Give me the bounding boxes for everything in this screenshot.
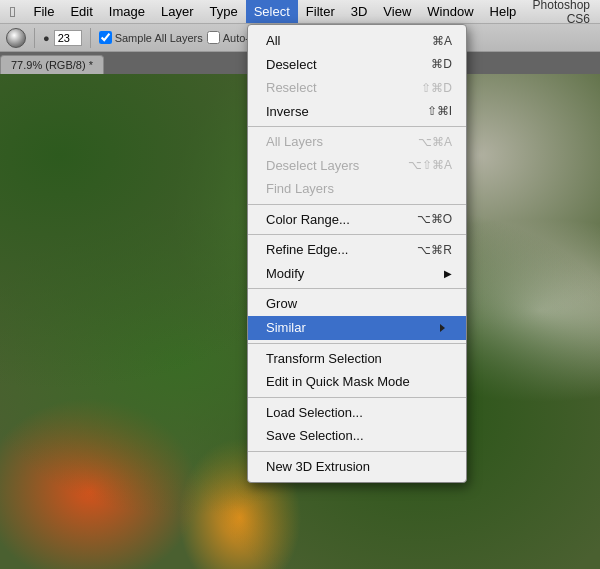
document-tab[interactable]: 77.9% (RGB/8) * bbox=[0, 55, 104, 74]
menu-item-label: Deselect Layers bbox=[266, 156, 359, 176]
menu-shortcut-refine-edge: ⌥⌘R bbox=[417, 241, 452, 259]
3d-menu[interactable]: 3D bbox=[343, 0, 376, 23]
menu-item-label: Reselect bbox=[266, 78, 317, 98]
menu-item-find-layers: Find Layers bbox=[248, 177, 466, 201]
separator-5 bbox=[248, 343, 466, 344]
menubar:  File Edit Image Layer Type Select Filt… bbox=[0, 0, 600, 24]
menu-item-label: Transform Selection bbox=[266, 349, 382, 369]
sample-all-checkbox[interactable] bbox=[99, 31, 112, 44]
select-dropdown-menu: All ⌘A Deselect ⌘D Reselect ⇧⌘D Inverse … bbox=[247, 24, 467, 483]
toolbar-separator bbox=[34, 28, 35, 48]
menu-item-label: Find Layers bbox=[266, 179, 334, 199]
menu-item-label: All bbox=[266, 31, 280, 51]
filter-menu[interactable]: Filter bbox=[298, 0, 343, 23]
menu-item-reselect: Reselect ⇧⌘D bbox=[248, 76, 466, 100]
menu-item-modify[interactable]: Modify ▶ bbox=[248, 262, 466, 286]
menu-item-label: All Layers bbox=[266, 132, 323, 152]
menu-item-similar[interactable]: Similar bbox=[248, 316, 466, 340]
menu-item-all[interactable]: All ⌘A bbox=[248, 29, 466, 53]
menu-item-save-selection[interactable]: Save Selection... bbox=[248, 424, 466, 448]
toolbar-separator2 bbox=[90, 28, 91, 48]
layer-menu[interactable]: Layer bbox=[153, 0, 202, 23]
menu-shortcut-deselect: ⌘D bbox=[431, 55, 452, 73]
menu-item-label: Load Selection... bbox=[266, 403, 363, 423]
menu-shortcut-inverse: ⇧⌘I bbox=[427, 102, 452, 120]
menu-item-label: Grow bbox=[266, 294, 297, 314]
menu-item-new-3d-extrusion[interactable]: New 3D Extrusion bbox=[248, 455, 466, 479]
menu-item-load-selection[interactable]: Load Selection... bbox=[248, 401, 466, 425]
menu-item-transform-selection[interactable]: Transform Selection bbox=[248, 347, 466, 371]
size-label: ● bbox=[43, 32, 50, 44]
menu-item-label: Refine Edge... bbox=[266, 240, 348, 260]
cursor-icon bbox=[440, 318, 452, 338]
menu-arrow-modify: ▶ bbox=[444, 266, 452, 281]
window-menu[interactable]: Window bbox=[419, 0, 481, 23]
apple-menu-item[interactable]:  bbox=[0, 0, 25, 23]
size-input[interactable] bbox=[54, 30, 82, 46]
menu-shortcut-all: ⌘A bbox=[432, 32, 452, 50]
menu-shortcut-all-layers: ⌥⌘A bbox=[418, 133, 452, 151]
view-menu[interactable]: View bbox=[375, 0, 419, 23]
menu-item-inverse[interactable]: Inverse ⇧⌘I bbox=[248, 100, 466, 124]
image-menu[interactable]: Image bbox=[101, 0, 153, 23]
separator-1 bbox=[248, 126, 466, 127]
menu-item-label: Save Selection... bbox=[266, 426, 364, 446]
menu-item-all-layers: All Layers ⌥⌘A bbox=[248, 130, 466, 154]
separator-3 bbox=[248, 234, 466, 235]
help-menu[interactable]: Help bbox=[482, 0, 525, 23]
separator-2 bbox=[248, 204, 466, 205]
menu-item-label: Modify bbox=[266, 264, 304, 284]
menu-item-quick-mask[interactable]: Edit in Quick Mask Mode bbox=[248, 370, 466, 394]
menu-item-label: Color Range... bbox=[266, 210, 350, 230]
menu-item-label: Inverse bbox=[266, 102, 309, 122]
tool-icon[interactable] bbox=[6, 28, 26, 48]
app-title: Photoshop CS6 bbox=[524, 0, 600, 26]
separator-7 bbox=[248, 451, 466, 452]
menu-item-color-range[interactable]: Color Range... ⌥⌘O bbox=[248, 208, 466, 232]
sample-all-label[interactable]: Sample All Layers bbox=[99, 31, 203, 44]
tab-label: 77.9% (RGB/8) * bbox=[11, 59, 93, 71]
separator-4 bbox=[248, 288, 466, 289]
type-menu[interactable]: Type bbox=[202, 0, 246, 23]
menu-item-deselect[interactable]: Deselect ⌘D bbox=[248, 53, 466, 77]
select-menu[interactable]: Select bbox=[246, 0, 298, 23]
file-menu[interactable]: File bbox=[25, 0, 62, 23]
menu-item-label: Similar bbox=[266, 318, 306, 338]
menu-item-label: Deselect bbox=[266, 55, 317, 75]
menu-shortcut-reselect: ⇧⌘D bbox=[421, 79, 452, 97]
menu-item-label: New 3D Extrusion bbox=[266, 457, 370, 477]
separator-6 bbox=[248, 397, 466, 398]
menu-item-grow[interactable]: Grow bbox=[248, 292, 466, 316]
menu-item-refine-edge[interactable]: Refine Edge... ⌥⌘R bbox=[248, 238, 466, 262]
menu-item-deselect-layers: Deselect Layers ⌥⇧⌘A bbox=[248, 154, 466, 178]
menu-shortcut-deselect-layers: ⌥⇧⌘A bbox=[408, 156, 452, 174]
menu-item-label: Edit in Quick Mask Mode bbox=[266, 372, 410, 392]
menu-shortcut-color-range: ⌥⌘O bbox=[417, 210, 452, 228]
sample-all-text: Sample All Layers bbox=[115, 32, 203, 44]
auto-enhance-checkbox[interactable] bbox=[207, 31, 220, 44]
edit-menu[interactable]: Edit bbox=[62, 0, 100, 23]
